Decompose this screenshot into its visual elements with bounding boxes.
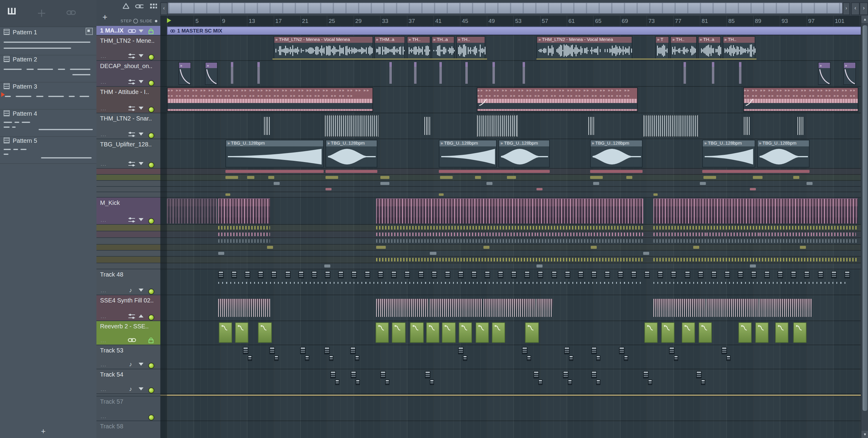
strip-segment[interactable] [439,193,444,196]
clip-decap-tick[interactable] [439,62,442,84]
clip-decap-tick[interactable] [493,62,495,84]
mixer-route-icon[interactable] [128,105,135,111]
strip-segment[interactable] [653,226,858,230]
track-row[interactable] [96,192,160,198]
timeline-ruler[interactable]: 5913172125293337414549535761656973778185… [160,16,861,27]
playlist-lane-divider[interactable] [160,394,861,397]
playlist-lane-uplifter[interactable]: »TBG_U..128bpm»TBG_U..128bpm»TBG_U..128b… [160,139,861,169]
clip-step-cell[interactable] [711,271,717,278]
clip-audio-vocal[interactable]: »THM..a [374,36,405,59]
track-row[interactable] [96,263,160,269]
clip-step-cell[interactable] [498,271,503,278]
clip-dot-line[interactable] [218,282,643,284]
clip-step-cell[interactable] [485,271,490,278]
clip-step-sub[interactable] [355,356,359,361]
add-track-button[interactable]: + [102,12,107,22]
clip-step-sub[interactable] [568,379,572,385]
clip-step-cell[interactable] [324,347,330,354]
clip-uplifter[interactable]: »TBG_U..128bpm [590,140,643,167]
clip-synth-fill[interactable] [430,299,482,317]
strip-segment[interactable] [247,176,254,179]
mixer-route-icon[interactable] [128,131,135,137]
strip-segment[interactable] [807,182,812,185]
clip-step-cell[interactable] [445,271,450,278]
mute-led[interactable] [148,162,154,168]
clip-snare-roll[interactable] [424,117,430,135]
clip-step-cell[interactable] [618,271,623,278]
chevron-down-icon[interactable] [138,162,144,165]
clip-step-sub[interactable] [596,356,600,361]
clip-snare-roll[interactable] [744,117,750,135]
playlist-lane-marks[interactable] [160,369,861,394]
clip-step-cell[interactable] [619,347,625,354]
clip-step-cell[interactable] [764,271,770,278]
chevron-down-icon[interactable] [138,30,144,33]
mute-led[interactable] [148,218,154,224]
clip-snare-block[interactable] [477,115,518,137]
strip-segment[interactable] [591,233,644,236]
link-icon[interactable] [128,28,136,34]
playlist-lane-snare[interactable] [160,113,861,139]
clip-step-cell[interactable] [658,271,663,278]
clip-reverb-automation[interactable] [793,322,806,343]
vscroll-thumb[interactable] [863,25,867,411]
strip-segment[interactable] [653,193,658,196]
strip-segment[interactable] [376,226,643,230]
strip-segment[interactable] [475,176,481,179]
clip-step-cell[interactable] [350,347,355,354]
clip-reverb-automation[interactable] [219,322,232,343]
strip-segment[interactable] [793,176,799,179]
strip-segment[interactable] [218,252,224,255]
strip-segment[interactable] [376,258,643,262]
playlist-lane-strip[interactable] [160,225,861,231]
mute-led[interactable] [148,363,154,369]
move-tool-icon[interactable] [37,9,46,18]
clip-step-sub[interactable] [727,356,731,361]
clip-reverb-automation[interactable] [426,322,439,343]
chevron-down-icon[interactable] [138,289,144,292]
strip-segment[interactable] [653,258,858,262]
clip-step-sub[interactable] [355,379,360,385]
clip-step-cell[interactable] [378,271,384,278]
clip-step-sub[interactable] [624,356,628,361]
clip-step-cell[interactable] [338,271,344,278]
track-row[interactable]: Track 58 [96,421,160,438]
step-grid-icon[interactable] [150,2,158,10]
clip-decap-tick[interactable] [739,62,741,84]
clip-step-cell[interactable] [522,347,527,354]
strip-segment[interactable] [750,188,756,190]
clip-step-cell[interactable] [564,347,569,354]
playlist-lane-empty[interactable] [160,397,861,421]
add-pattern-button[interactable]: + [41,427,45,436]
track-row[interactable] [96,238,160,245]
clip-step-cell[interactable] [591,371,597,378]
clip-audio-vocal[interactable]: »THM_LTN2 - Menea - Vocal Menea [274,36,373,59]
clip-step-sub[interactable] [329,356,333,361]
clip-decap-shout[interactable]: » [205,62,218,85]
clip-kick-pattern[interactable] [653,198,858,224]
clip-uplifter[interactable]: »TBG_U..128bpm [439,140,497,167]
clip-kick-pattern[interactable] [218,198,270,224]
strip-segment[interactable] [591,246,597,249]
clip-reverb-automation[interactable] [258,322,272,343]
strip-segment[interactable] [507,176,516,179]
clip-step-cell[interactable] [591,271,597,278]
strip-segment[interactable] [376,233,429,236]
clip-synth-fill[interactable] [760,299,812,317]
note-icon[interactable]: ♪ [129,385,132,392]
clip-step-cell[interactable] [778,271,783,278]
strip-segment[interactable] [376,246,385,249]
clip-step-sub[interactable] [335,379,339,385]
clip-audio-vocal[interactable]: »TH.. [456,36,485,59]
track-row[interactable]: SSE4 Synth Fill 02..... [96,295,160,321]
track-row[interactable]: THM_LTN2 - Mene..... [96,36,160,61]
lock-icon[interactable] [148,337,154,343]
clip-reverb-automation[interactable] [699,322,712,343]
clip-step-cell[interactable] [431,271,437,278]
strip-segment[interactable] [537,233,590,236]
strip-segment[interactable] [590,170,643,173]
clip-step-sub[interactable] [538,379,542,385]
clip-decap-tick[interactable] [684,62,686,84]
track-row[interactable] [96,187,160,192]
hscroll-right-arrow[interactable]: › [843,2,850,15]
